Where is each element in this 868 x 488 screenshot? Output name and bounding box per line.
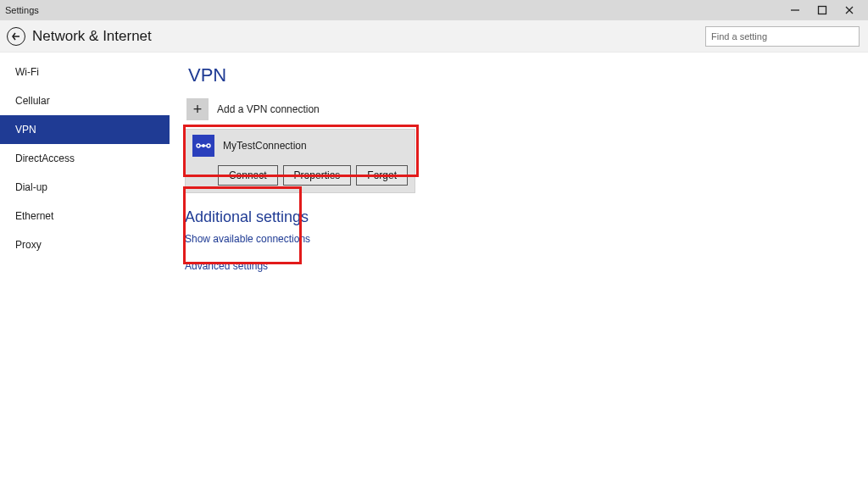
page-title: VPN: [185, 64, 868, 86]
minimize-icon: [790, 5, 800, 15]
maximize-icon: [817, 5, 827, 15]
sidebar-item-label: Cellular: [15, 95, 50, 107]
sidebar-item-directaccess[interactable]: DirectAccess: [0, 144, 170, 173]
sidebar-item-label: VPN: [15, 124, 36, 136]
sidebar-item-label: Proxy: [15, 239, 42, 251]
sidebar-item-wifi[interactable]: Wi-Fi: [0, 58, 170, 86]
sidebar-item-label: Ethernet: [15, 210, 53, 222]
window-title: Settings: [5, 5, 39, 15]
connect-button[interactable]: Connect: [218, 165, 278, 186]
sidebar-item-label: DirectAccess: [15, 152, 75, 164]
sidebar-item-dialup[interactable]: Dial-up: [0, 173, 170, 202]
add-vpn-label: Add a VPN connection: [217, 103, 320, 115]
title-bar: Settings: [0, 0, 868, 20]
sidebar-item-cellular[interactable]: Cellular: [0, 86, 170, 115]
plus-icon: +: [186, 98, 209, 120]
content-area: VPN + Add a VPN connection MyTestConnect…: [170, 53, 868, 488]
minimize-button[interactable]: [782, 0, 809, 20]
svg-rect-1: [819, 7, 826, 14]
additional-settings-section: Additional settings Show available conne…: [185, 208, 868, 272]
search-placeholder: Find a setting: [711, 31, 767, 42]
add-vpn-connection[interactable]: + Add a VPN connection: [185, 98, 868, 120]
back-button[interactable]: [7, 27, 25, 46]
sidebar-item-vpn[interactable]: VPN: [0, 115, 170, 144]
svg-point-8: [203, 145, 204, 147]
search-input[interactable]: Find a setting: [705, 26, 860, 47]
sidebar-item-ethernet[interactable]: Ethernet: [0, 202, 170, 230]
vpn-icon: [192, 135, 214, 157]
forget-button[interactable]: Forget: [356, 165, 408, 186]
svg-point-6: [207, 144, 210, 147]
header-bar: Network & Internet Find a setting: [0, 20, 868, 53]
additional-settings-title: Additional settings: [185, 208, 868, 226]
sidebar-item-proxy[interactable]: Proxy: [0, 230, 170, 259]
back-arrow-icon: [11, 31, 21, 42]
maximize-button[interactable]: [809, 0, 836, 20]
advanced-settings-link[interactable]: Advanced settings: [185, 260, 868, 272]
properties-button[interactable]: Properties: [283, 165, 352, 186]
sidebar-item-label: Dial-up: [15, 181, 47, 193]
sidebar-item-label: Wi-Fi: [15, 66, 39, 78]
sidebar: Wi-Fi Cellular VPN DirectAccess Dial-up …: [0, 53, 170, 488]
close-icon: [844, 5, 854, 15]
breadcrumb: Network & Internet: [32, 28, 152, 45]
close-button[interactable]: [836, 0, 863, 20]
vpn-connection-name: MyTestConnection: [223, 140, 307, 152]
svg-point-5: [197, 144, 200, 147]
vpn-connection-item[interactable]: MyTestConnection Connect Properties Forg…: [185, 129, 415, 193]
show-available-connections-link[interactable]: Show available connections: [185, 233, 868, 245]
